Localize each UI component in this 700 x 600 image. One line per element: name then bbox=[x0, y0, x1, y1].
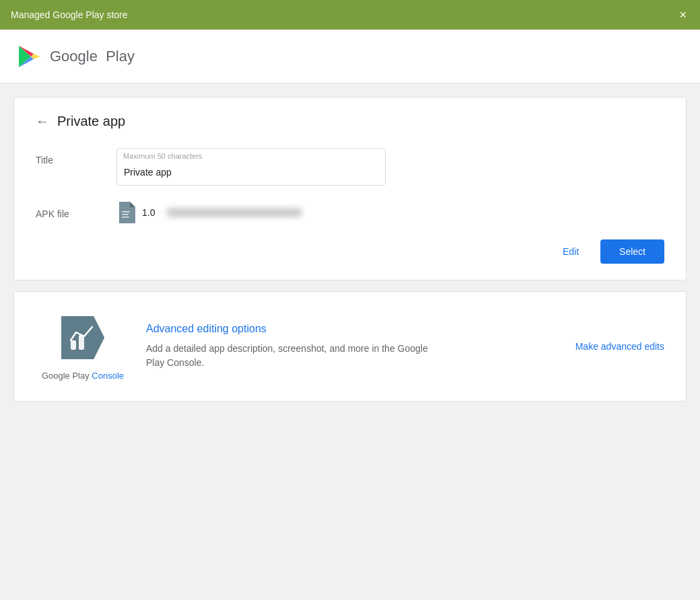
svg-rect-6 bbox=[122, 217, 129, 218]
advanced-content: Advanced editing options Add a detailed … bbox=[146, 323, 559, 370]
select-button[interactable]: Select bbox=[600, 239, 664, 264]
svg-rect-5 bbox=[122, 214, 129, 215]
apk-version: 1.0 bbox=[142, 207, 155, 218]
back-button[interactable]: ← bbox=[36, 114, 49, 129]
apk-filename bbox=[167, 208, 302, 217]
advanced-title: Advanced editing options bbox=[146, 323, 559, 335]
play-text: Play bbox=[106, 48, 135, 65]
apk-row: APK file 1.0 bbox=[36, 202, 664, 223]
input-hint: Maximum 50 characters bbox=[123, 152, 202, 160]
console-logo-area: Google Play Console bbox=[36, 311, 130, 382]
action-row: Edit Select bbox=[36, 239, 664, 264]
edit-button[interactable]: Edit bbox=[552, 241, 590, 262]
titlebar: Managed Google Play store × bbox=[0, 0, 700, 30]
make-advanced-edits-button[interactable]: Make advanced edits bbox=[575, 341, 664, 352]
google-play-text: Google Play bbox=[50, 48, 135, 65]
svg-marker-0 bbox=[19, 46, 31, 67]
apk-file-icon bbox=[116, 202, 135, 223]
apk-label: APK file bbox=[36, 202, 116, 219]
titlebar-title: Managed Google Play store bbox=[11, 9, 128, 20]
private-app-card: ← Private app Title Maximum 50 character… bbox=[13, 97, 687, 280]
advanced-editing-card: Google Play Console Advanced editing opt… bbox=[13, 291, 687, 402]
main-content: ← Private app Title Maximum 50 character… bbox=[0, 83, 700, 600]
google-play-logo: Google Play bbox=[16, 43, 135, 70]
apk-field: 1.0 bbox=[116, 202, 664, 223]
console-logo-text: Google Play Console bbox=[42, 370, 124, 382]
svg-rect-10 bbox=[79, 335, 84, 350]
svg-rect-9 bbox=[71, 340, 76, 350]
google-text: Google bbox=[50, 48, 98, 65]
header: Google Play bbox=[0, 30, 700, 83]
private-app-title: Private app bbox=[57, 114, 125, 129]
console-icon bbox=[56, 311, 110, 365]
title-input-wrapper: Maximum 50 characters bbox=[116, 148, 386, 186]
close-button[interactable]: × bbox=[676, 9, 689, 21]
private-app-header: ← Private app bbox=[36, 114, 664, 129]
title-row: Title Maximum 50 characters bbox=[36, 148, 664, 186]
title-field: Maximum 50 characters bbox=[116, 148, 664, 186]
svg-rect-4 bbox=[122, 211, 130, 213]
google-play-icon bbox=[16, 43, 43, 70]
advanced-description: Add a detailed app description, screensh… bbox=[146, 342, 442, 370]
console-blue-text: Console bbox=[92, 371, 124, 381]
apk-info: 1.0 bbox=[116, 202, 664, 223]
title-label: Title bbox=[36, 148, 116, 165]
console-google-play-text: Google Play bbox=[42, 371, 92, 381]
